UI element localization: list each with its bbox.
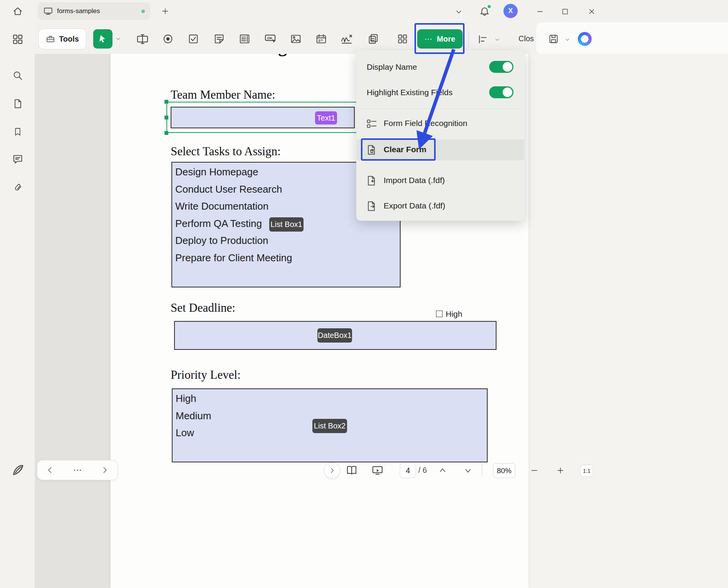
align-dropdown[interactable] (493, 35, 502, 44)
annotation-box-more (414, 23, 465, 54)
toolbar-divider (468, 31, 469, 47)
page-number-input[interactable]: 4 (400, 463, 416, 478)
search-icon (12, 70, 23, 81)
chevron-down-icon (115, 36, 121, 42)
presentation-mode-button[interactable] (371, 464, 384, 477)
notifications-button[interactable] (478, 5, 491, 18)
new-tab-button[interactable] (159, 5, 171, 17)
minimize-icon (536, 7, 544, 16)
expand-statusbar-button[interactable] (324, 462, 340, 479)
page-title-clipped: g (278, 54, 302, 59)
monitor-icon (43, 6, 53, 16)
avatar[interactable]: X (503, 4, 518, 18)
arrange-grid-icon (397, 33, 408, 45)
arrange-fields-tool-button[interactable] (394, 30, 411, 48)
checkbox-icon (188, 33, 199, 45)
high-checkbox-label: High (446, 309, 462, 319)
canvas-gutter-left (35, 54, 111, 588)
previous-page-button[interactable] (437, 465, 448, 476)
avatar-initial: X (508, 7, 513, 15)
svg-text:OK: OK (267, 36, 273, 40)
select-tool-button[interactable] (93, 29, 112, 49)
chevron-right-icon[interactable] (101, 466, 109, 474)
brand-logo-button[interactable] (9, 462, 26, 479)
list-box-icon (239, 33, 250, 45)
radio-button-tool-button[interactable] (159, 30, 177, 48)
sidebar-item-attachments[interactable] (10, 180, 25, 195)
menu-item-highlight-fields[interactable]: Highlight Existing Fields (367, 88, 453, 97)
sidebar-item-comments[interactable] (10, 151, 25, 167)
image-field-tool-button[interactable] (287, 30, 305, 48)
close-button[interactable] (585, 5, 598, 18)
high-checkbox[interactable] (436, 311, 443, 317)
text-field-name-badge: Text1 (315, 111, 337, 124)
save-icon (548, 34, 559, 44)
radio-button-icon (162, 33, 174, 45)
cursor-icon (98, 34, 108, 44)
sidebar-item-thumbnails[interactable] (10, 96, 25, 111)
sidebar-item-bookmarks[interactable] (10, 124, 25, 139)
list-item[interactable]: High (173, 389, 487, 408)
ellipsis-menu-button[interactable]: ⋯ (73, 465, 82, 475)
ratio-value: 1:1 (583, 468, 590, 474)
notification-dot (488, 5, 491, 8)
minimize-button[interactable] (534, 5, 546, 18)
annotation-box-clear-form (361, 138, 436, 161)
apps-grid-icon (12, 33, 24, 45)
selection-handle-top-left[interactable] (164, 100, 168, 104)
next-page-button[interactable] (462, 465, 474, 476)
chevron-down-icon (494, 37, 500, 43)
zoom-level-box[interactable]: 80% (493, 463, 515, 478)
save-dropdown[interactable] (563, 35, 572, 44)
maximize-button[interactable] (559, 5, 571, 18)
text-field-tool-button[interactable] (134, 30, 151, 48)
list-box-tool-button[interactable] (236, 30, 253, 48)
align-fields-button[interactable] (476, 32, 490, 46)
text-field-icon (136, 33, 149, 45)
list-box1-name-badge: List Box1 (269, 217, 304, 232)
signature-field-tool-button[interactable] (338, 30, 356, 48)
menu-item-form-recognition[interactable]: Form Field Recognition (384, 119, 467, 128)
chevron-left-icon[interactable] (46, 466, 54, 474)
select-tool-dropdown[interactable] (114, 35, 122, 43)
save-button[interactable] (547, 32, 560, 45)
menu-item-display-name[interactable]: Display Name (367, 62, 417, 72)
highlight-fields-toggle[interactable] (489, 86, 513, 98)
list-item[interactable]: Deploy to Production (172, 233, 400, 250)
selection-handle-mid-left[interactable] (164, 116, 168, 119)
display-name-toggle[interactable] (489, 61, 513, 73)
statusbar-divider (482, 464, 482, 476)
date-field-icon (315, 33, 327, 45)
chevron-up-icon (438, 466, 447, 475)
menu-item-import-data[interactable]: Import Data (.fdf) (384, 176, 445, 185)
menu-item-export-data[interactable]: Export Data (.fdf) (384, 201, 445, 210)
ai-assistant-icon[interactable] (578, 32, 592, 46)
zoom-in-button[interactable] (555, 465, 566, 476)
zoom-out-button[interactable] (528, 465, 540, 476)
unsaved-indicator-dot (141, 10, 145, 13)
more-dropdown-menu: Display Name Highlight Existing Fields F… (356, 50, 525, 221)
left-sidebar (0, 0, 35, 588)
actual-size-button[interactable]: 1:1 (580, 465, 593, 477)
chevron-down-icon (463, 466, 473, 475)
page-icon (12, 98, 23, 109)
select-tasks-label: Select Tasks to Assign: (171, 144, 281, 158)
document-tab[interactable]: forms-samples (38, 2, 150, 20)
close-form-button[interactable]: Clos (518, 34, 534, 43)
home-button[interactable] (10, 3, 25, 19)
push-button-tool-button[interactable]: OK (262, 30, 279, 48)
selection-handle-bottom-left[interactable] (164, 131, 168, 135)
date-field-tool-button[interactable] (312, 30, 330, 48)
tools-button[interactable]: Tools (39, 29, 86, 49)
list-item[interactable]: Prepare for Client Meeting (172, 250, 400, 267)
page-number-value: 4 (406, 466, 410, 475)
duplicate-fields-tool-button[interactable] (364, 30, 382, 48)
import-data-icon (366, 175, 377, 186)
page-layout-button[interactable] (345, 464, 359, 477)
sidebar-item-panels[interactable] (10, 32, 25, 47)
push-button-icon: OK (264, 33, 277, 45)
tabs-dropdown-button[interactable] (453, 6, 465, 18)
combo-box-tool-button[interactable] (210, 30, 228, 48)
sidebar-item-search[interactable] (10, 68, 25, 83)
checkbox-tool-button[interactable] (185, 30, 202, 48)
